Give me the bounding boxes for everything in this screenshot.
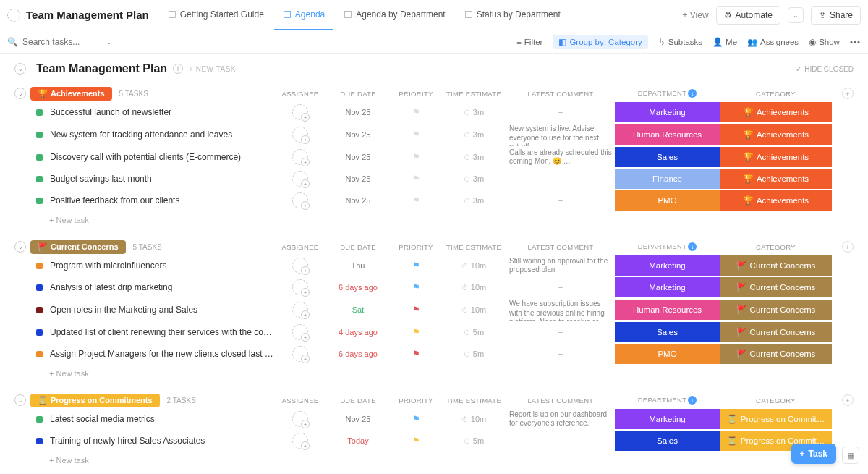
groupby-button[interactable]: ◧Group by: Category (553, 35, 647, 49)
category-chip[interactable]: 🚩Current Concerns (720, 344, 832, 364)
col-department[interactable]: DEPARTMENT↓ (615, 242, 720, 252)
priority-flag[interactable]: ⚑ (391, 130, 441, 140)
search-input[interactable] (22, 37, 102, 47)
due-date[interactable]: Nov 25 (326, 415, 391, 423)
category-chip[interactable]: 🏆Achievements (720, 169, 832, 189)
tab-status-by-department[interactable]: Status by Department (456, 0, 569, 30)
time-estimate[interactable]: 10m (441, 283, 506, 292)
priority-flag[interactable]: ⚑ (391, 349, 441, 359)
share-button[interactable]: ⇪ Share (811, 6, 861, 25)
assignee-cell[interactable] (275, 302, 326, 318)
avatar-placeholder[interactable] (292, 104, 308, 120)
assignee-cell[interactable] (275, 192, 326, 208)
status-square[interactable] (36, 438, 43, 444)
collapse-group-button[interactable]: ⌄ (14, 241, 26, 253)
group-badge[interactable]: ⏳Progress on Commitments (30, 394, 160, 407)
assignee-cell[interactable] (275, 411, 326, 427)
priority-flag[interactable]: ⚑ (391, 282, 441, 292)
task-row[interactable]: Positive feedback from our clientsNov 25… (14, 190, 854, 211)
task-row[interactable]: Open roles in the Marketing and SalesSat… (14, 298, 854, 321)
task-row[interactable]: Successful launch of newsletterNov 25⚑3m… (14, 101, 854, 123)
info-icon[interactable]: i (173, 64, 183, 74)
priority-flag[interactable]: ⚑ (391, 305, 441, 315)
avatar-placeholder[interactable] (292, 411, 308, 427)
group-badge[interactable]: 🏆Achievements (30, 87, 112, 101)
add-column-button[interactable]: + (842, 88, 854, 99)
assignee-cell[interactable] (275, 324, 326, 340)
department-chip[interactable]: Human Resources (615, 124, 720, 145)
status-square[interactable] (36, 198, 43, 204)
due-date[interactable]: Thu (326, 261, 391, 270)
department-chip[interactable]: Marketing (615, 102, 720, 122)
due-date[interactable]: Nov 25 (326, 196, 391, 205)
collapse-group-button[interactable]: ⌄ (14, 394, 26, 406)
category-chip[interactable]: 🚩Current Concerns (720, 277, 832, 297)
assignee-cell[interactable] (275, 258, 326, 274)
hide-closed-button[interactable]: ✓HIDE CLOSED (796, 65, 854, 73)
priority-flag[interactable]: ⚑ (391, 174, 441, 184)
filter-button[interactable]: ≡Filter (516, 38, 542, 46)
assignee-cell[interactable] (275, 346, 326, 362)
priority-flag[interactable]: ⚑ (391, 152, 441, 162)
avatar-placeholder[interactable] (292, 324, 308, 340)
tab-agenda[interactable]: Agenda (274, 0, 333, 30)
task-row[interactable]: Budget savings last monthNov 25⚑3m–Finan… (14, 168, 854, 190)
new-task-fab[interactable]: +Task (791, 444, 836, 464)
collapse-all-button[interactable]: ⌄ (14, 63, 26, 75)
category-chip[interactable]: 🏆Achievements (720, 147, 832, 167)
time-estimate[interactable]: 10m (441, 415, 506, 423)
status-square[interactable] (36, 109, 43, 116)
status-square[interactable] (36, 307, 43, 313)
avatar-placeholder[interactable] (292, 192, 308, 208)
time-estimate[interactable]: 3m (441, 108, 506, 117)
due-date[interactable]: Nov 25 (326, 130, 391, 139)
assignee-cell[interactable] (275, 171, 326, 187)
category-chip[interactable]: 🏆Achievements (720, 102, 832, 122)
collapse-group-button[interactable]: ⌄ (14, 88, 26, 99)
avatar-placeholder[interactable] (292, 171, 308, 187)
department-chip[interactable]: Sales (615, 147, 720, 167)
time-estimate[interactable]: 10m (441, 305, 506, 314)
time-estimate[interactable]: 10m (441, 261, 506, 270)
avatar-placeholder[interactable] (292, 302, 308, 318)
category-chip[interactable]: 🚩Current Concerns (720, 322, 832, 342)
time-estimate[interactable]: 3m (441, 196, 506, 205)
department-chip[interactable]: Marketing (615, 409, 720, 429)
task-row[interactable]: Training of newly hired Sales Associates… (14, 430, 854, 452)
time-estimate[interactable]: 3m (441, 174, 506, 183)
task-row[interactable]: Assign Project Managers for the new clie… (14, 343, 854, 365)
department-chip[interactable]: Marketing (615, 255, 720, 276)
time-estimate[interactable]: 5m (441, 350, 506, 358)
due-date[interactable]: Nov 25 (326, 108, 391, 117)
priority-flag[interactable]: ⚑ (391, 436, 441, 446)
group-badge[interactable]: 🚩Current Concerns (30, 240, 126, 254)
department-chip[interactable]: Sales (615, 431, 720, 451)
time-estimate[interactable]: 3m (441, 153, 506, 161)
avatar-placeholder[interactable] (292, 149, 308, 165)
due-date[interactable]: Nov 25 (326, 153, 391, 161)
show-button[interactable]: ◉Show (809, 37, 840, 47)
due-date[interactable]: Today (326, 436, 391, 445)
new-task-row[interactable]: + New task (14, 365, 854, 382)
more-button[interactable]: ••• (850, 38, 861, 46)
due-date[interactable]: 4 days ago (326, 328, 391, 337)
status-square[interactable] (36, 351, 43, 357)
avatar-placeholder[interactable] (292, 258, 308, 274)
avatar-placeholder[interactable] (292, 346, 308, 362)
new-task-row[interactable]: + New task (14, 452, 854, 469)
priority-flag[interactable]: ⚑ (391, 327, 441, 337)
add-view[interactable]: + View (675, 10, 715, 20)
task-row[interactable]: Latest social media metricsNov 25⚑10mRep… (14, 408, 854, 430)
automate-button[interactable]: ⚙ Automate (716, 6, 780, 25)
status-square[interactable] (36, 132, 43, 138)
automate-dropdown[interactable]: ⌄ (788, 7, 804, 23)
priority-flag[interactable]: ⚑ (391, 414, 441, 424)
department-chip[interactable]: Sales (615, 322, 720, 342)
new-task-ghost[interactable]: + NEW TASK (189, 65, 236, 73)
time-estimate[interactable]: 5m (441, 328, 506, 337)
due-date[interactable]: Sat (326, 305, 391, 314)
assignee-cell[interactable] (275, 127, 326, 143)
priority-flag[interactable]: ⚑ (391, 261, 441, 271)
status-square[interactable] (36, 416, 43, 423)
assignee-cell[interactable] (275, 149, 326, 165)
